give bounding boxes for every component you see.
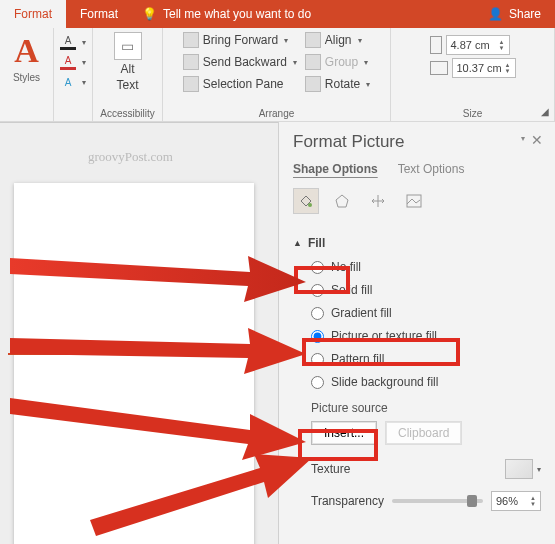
pane-menu-icon[interactable]: ▾ <box>521 134 525 143</box>
ribbon: A Styles A▾ A▾ A▾ ▭ Alt Text Accessibili… <box>0 28 555 122</box>
no-fill-label: No fill <box>331 260 361 274</box>
chevron-down-icon[interactable]: ▾ <box>358 36 362 45</box>
selection-pane-button[interactable]: Selection Pane <box>183 76 297 92</box>
fill-category-button[interactable] <box>293 188 319 214</box>
chevron-down-icon[interactable]: ▾ <box>366 80 370 89</box>
slide-bg-fill-option[interactable]: Slide background fill <box>311 375 541 389</box>
transparency-slider[interactable] <box>392 499 483 503</box>
svg-marker-1 <box>336 195 348 207</box>
group-size: 4.87 cm▲▼ 10.37 cm▲▼ Size <box>391 28 555 121</box>
chevron-down-icon[interactable]: ▾ <box>82 58 86 67</box>
solid-fill-label: Solid fill <box>331 283 372 297</box>
wordart-style-gallery[interactable]: A <box>14 32 39 70</box>
tell-me-label: Tell me what you want to do <box>163 7 311 21</box>
group-arrange: Bring Forward▾ Send Backward▾ Selection … <box>163 28 391 121</box>
tab-format-active[interactable]: Format <box>0 0 66 28</box>
options-tabs: Shape Options Text Options <box>293 162 541 176</box>
gradient-fill-option[interactable]: Gradient fill <box>311 306 541 320</box>
fill-options: No fill Solid fill Gradient fill Picture… <box>311 260 541 389</box>
dialog-launcher-icon[interactable]: ◢ <box>541 106 549 117</box>
selection-pane-icon <box>183 76 199 92</box>
align-icon <box>305 32 321 48</box>
send-backward-button[interactable]: Send Backward▾ <box>183 54 297 70</box>
texture-picker[interactable] <box>505 459 533 479</box>
pattern-fill-option[interactable]: Pattern fill <box>311 352 541 366</box>
group-button: Group▾ <box>305 54 370 70</box>
align-label: Align <box>325 33 352 47</box>
pattern-fill-label: Pattern fill <box>331 352 384 366</box>
group-icon <box>305 54 321 70</box>
transparency-spinner[interactable]: ▲▼ <box>530 495 536 507</box>
alt-text-label2: Text <box>116 78 138 92</box>
chevron-down-icon[interactable]: ▾ <box>82 78 86 87</box>
chevron-down-icon[interactable]: ▾ <box>293 58 297 67</box>
no-fill-option[interactable]: No fill <box>311 260 541 274</box>
texture-label: Texture <box>311 462 350 476</box>
rotate-button[interactable]: Rotate▾ <box>305 76 370 92</box>
chevron-down-icon[interactable]: ▾ <box>284 36 288 45</box>
picture-category-button[interactable] <box>401 188 427 214</box>
bring-forward-label: Bring Forward <box>203 33 278 47</box>
chevron-down-icon: ▾ <box>364 58 368 67</box>
width-icon <box>430 61 448 75</box>
transparency-row: Transparency 96%▲▼ <box>311 491 541 511</box>
effects-category-button[interactable] <box>329 188 355 214</box>
slide-bg-fill-label: Slide background fill <box>331 375 438 389</box>
slider-thumb[interactable] <box>467 495 477 507</box>
fill-section-header[interactable]: ▲ Fill <box>293 236 541 250</box>
pentagon-icon <box>334 193 350 209</box>
shape-line[interactable] <box>8 353 238 355</box>
fill-section: ▲ Fill No fill Solid fill Gradient fill … <box>293 236 541 511</box>
insert-button[interactable]: Insert... <box>311 421 377 445</box>
text-style-controls: A▾ A▾ A▾ <box>54 28 93 121</box>
paint-bucket-icon <box>298 193 314 209</box>
fill-label: Fill <box>308 236 325 250</box>
height-control[interactable]: 4.87 cm▲▼ <box>430 35 516 55</box>
pane-title: Format Picture <box>293 132 541 152</box>
chevron-down-icon[interactable]: ▾ <box>82 38 86 47</box>
lightbulb-icon: 💡 <box>142 7 157 21</box>
picture-fill-option[interactable]: Picture or texture fill <box>311 329 541 343</box>
picture-fill-label: Picture or texture fill <box>331 329 437 343</box>
text-fill-button[interactable]: A <box>60 34 76 50</box>
close-icon[interactable]: ✕ <box>531 132 543 148</box>
group-accessibility: ▭ Alt Text Accessibility <box>93 28 163 121</box>
group-label-size: Size <box>463 108 482 119</box>
tell-me[interactable]: 💡 Tell me what you want to do <box>132 0 474 28</box>
height-value[interactable]: 4.87 cm <box>451 39 490 51</box>
share-button[interactable]: 👤 Share <box>474 0 555 28</box>
width-control[interactable]: 10.37 cm▲▼ <box>430 58 516 78</box>
width-value[interactable]: 10.37 cm <box>457 62 502 74</box>
ribbon-tabstrip: Format Format 💡 Tell me what you want to… <box>0 0 555 28</box>
collapse-triangle-icon: ▲ <box>293 238 302 248</box>
document-area: groovyPost.com <box>0 122 278 544</box>
alt-text-button[interactable]: ▭ Alt Text <box>114 32 142 92</box>
align-button[interactable]: Align▾ <box>305 32 370 48</box>
chevron-down-icon[interactable]: ▾ <box>537 465 541 474</box>
solid-fill-option[interactable]: Solid fill <box>311 283 541 297</box>
gradient-fill-label: Gradient fill <box>331 306 392 320</box>
tab-format[interactable]: Format <box>66 0 132 28</box>
shape-options-tab[interactable]: Shape Options <box>293 162 378 176</box>
rotate-label: Rotate <box>325 77 360 91</box>
size-arrows-icon <box>370 193 386 209</box>
watermark-text: groovyPost.com <box>88 149 173 165</box>
text-outline-button[interactable]: A <box>60 54 76 70</box>
slide-canvas[interactable] <box>14 183 254 544</box>
category-icons <box>293 188 541 214</box>
texture-row: Texture ▾ <box>311 459 541 479</box>
group-label-styles: Styles <box>13 72 40 83</box>
size-category-button[interactable] <box>365 188 391 214</box>
send-backward-label: Send Backward <box>203 55 287 69</box>
share-label: Share <box>509 7 541 21</box>
text-options-tab[interactable]: Text Options <box>398 162 465 176</box>
svg-point-0 <box>308 203 312 207</box>
width-spinner[interactable]: ▲▼ <box>505 62 511 74</box>
person-icon: 👤 <box>488 7 503 21</box>
rotate-icon <box>305 76 321 92</box>
bring-forward-button[interactable]: Bring Forward▾ <box>183 32 297 48</box>
text-effects-button[interactable]: A <box>60 74 76 90</box>
transparency-input[interactable]: 96%▲▼ <box>491 491 541 511</box>
alt-text-icon: ▭ <box>114 32 142 60</box>
height-spinner[interactable]: ▲▼ <box>499 39 505 51</box>
